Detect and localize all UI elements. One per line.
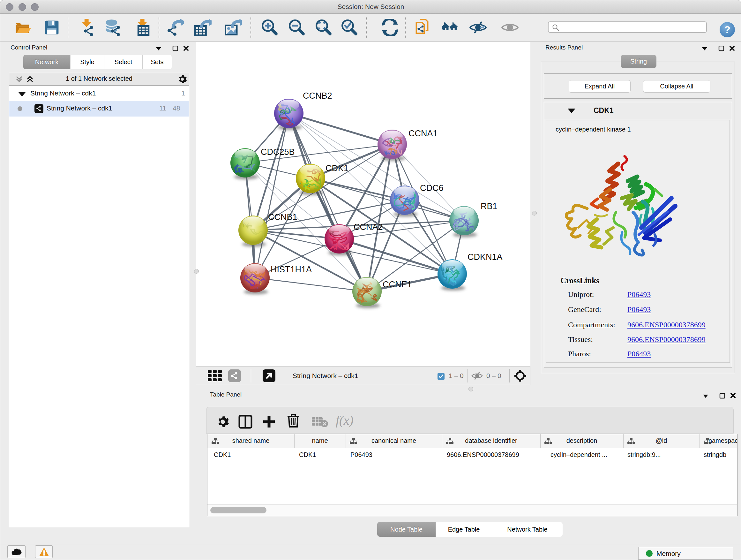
svg-text:CDKN1A: CDKN1A xyxy=(468,252,502,262)
svg-text:CCNB2: CCNB2 xyxy=(303,91,332,101)
svg-text:CCNB1: CCNB1 xyxy=(268,212,297,222)
svg-text:CCNE1: CCNE1 xyxy=(383,280,412,289)
svg-text:CCNA2: CCNA2 xyxy=(354,222,383,232)
svg-text:?: ? xyxy=(724,24,731,36)
svg-text:HIST1H1A: HIST1H1A xyxy=(271,265,312,274)
svg-text:CDK1: CDK1 xyxy=(326,164,348,173)
svg-text:CDC6: CDC6 xyxy=(420,183,444,193)
svg-text:CCNA1: CCNA1 xyxy=(408,129,438,138)
svg-text:RB1: RB1 xyxy=(481,201,497,211)
svg-text:CDC25B: CDC25B xyxy=(261,147,295,157)
